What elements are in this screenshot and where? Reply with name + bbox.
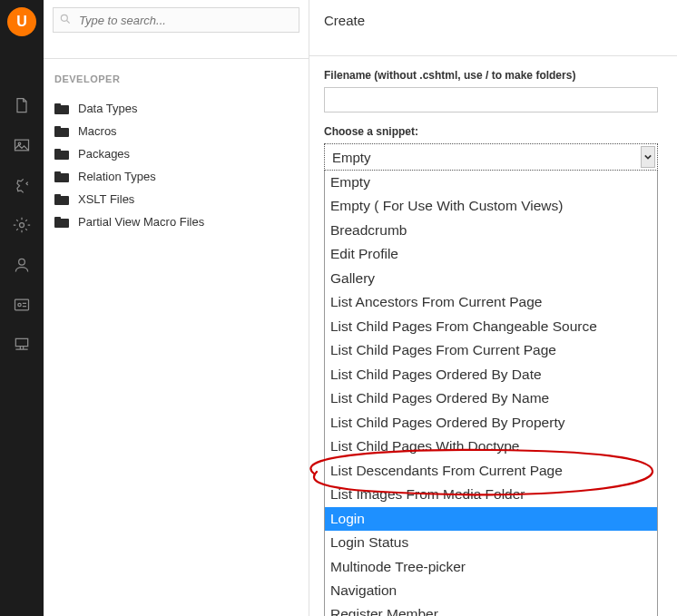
- tree-item[interactable]: Packages: [53, 142, 299, 165]
- snippet-option[interactable]: Edit Profile: [325, 242, 657, 266]
- app-icon-rail: U: [0, 0, 44, 616]
- svg-point-5: [18, 303, 21, 306]
- snippet-option[interactable]: List Child Pages From Current Page: [325, 338, 657, 362]
- snippet-option[interactable]: List Child Pages With Doctype: [325, 435, 657, 458]
- svg-point-3: [19, 259, 25, 265]
- tree-item-label: Macros: [78, 124, 117, 138]
- search-input[interactable]: [53, 7, 299, 33]
- snippet-option[interactable]: Login: [325, 507, 657, 531]
- snippet-option[interactable]: Empty: [325, 171, 657, 194]
- tree-items: Data TypesMacrosPackagesRelation TypesXS…: [53, 97, 299, 233]
- chevron-down-icon: [641, 146, 655, 168]
- snippet-selected-value: Empty: [332, 150, 371, 165]
- main-body: Filename (without .cshtml, use / to make…: [309, 56, 677, 616]
- tree-section-header: DEVELOPER: [53, 73, 299, 84]
- folder-icon: [54, 194, 69, 205]
- svg-rect-6: [15, 338, 27, 346]
- tree-item[interactable]: Data Types: [53, 97, 299, 120]
- snippet-label: Choose a snippet:: [324, 125, 662, 138]
- tree-item-label: Packages: [78, 147, 130, 161]
- snippet-option[interactable]: List Images From Media Folder: [325, 483, 657, 506]
- snippet-option[interactable]: Multinode Tree-picker: [325, 555, 657, 579]
- developer-section-icon[interactable]: [11, 214, 33, 236]
- tree-item[interactable]: Macros: [53, 120, 299, 142]
- settings-section-icon[interactable]: [11, 174, 33, 196]
- search-box: [53, 7, 299, 33]
- main-header: Create: [309, 0, 677, 56]
- tree-item[interactable]: Partial View Macro Files: [53, 210, 299, 233]
- folder-icon: [54, 149, 69, 160]
- search-icon: [59, 13, 72, 25]
- members-section-icon[interactable]: [11, 294, 33, 316]
- folder-icon: [54, 171, 69, 182]
- snippet-option[interactable]: Gallery: [325, 267, 657, 290]
- snippet-select[interactable]: Empty: [324, 143, 658, 171]
- snippet-option[interactable]: List Child Pages Ordered By Date: [325, 363, 657, 386]
- tree-panel: DEVELOPER Data TypesMacrosPackagesRelati…: [44, 0, 309, 616]
- filename-input[interactable]: [324, 87, 658, 112]
- snippet-option[interactable]: Empty ( For Use With Custom Views): [325, 194, 657, 218]
- svg-point-2: [20, 223, 25, 228]
- snippet-option[interactable]: List Child Pages Ordered By Name: [325, 386, 657, 410]
- folder-icon: [54, 103, 69, 114]
- users-section-icon[interactable]: [11, 254, 33, 276]
- media-section-icon[interactable]: [11, 134, 33, 156]
- tree-item[interactable]: XSLT Files: [53, 188, 299, 210]
- forms-section-icon[interactable]: [11, 334, 33, 356]
- main-panel: Create Filename (without .cshtml, use / …: [309, 0, 677, 616]
- svg-point-7: [61, 15, 67, 21]
- tree-item-label: Data Types: [78, 102, 138, 115]
- snippet-option[interactable]: Register Member: [325, 602, 657, 616]
- snippet-option[interactable]: List Ancestors From Current Page: [325, 290, 657, 314]
- snippet-option[interactable]: Navigation: [325, 579, 657, 602]
- tree-item-label: Partial View Macro Files: [78, 215, 204, 229]
- snippet-dropdown-list: EmptyEmpty ( For Use With Custom Views)B…: [324, 171, 658, 616]
- app-logo[interactable]: U: [7, 7, 36, 36]
- filename-label: Filename (without .cshtml, use / to make…: [324, 69, 662, 82]
- snippet-option[interactable]: List Child Pages Ordered By Property: [325, 411, 657, 435]
- folder-icon: [54, 126, 69, 137]
- svg-rect-4: [15, 299, 29, 310]
- snippet-option[interactable]: Breadcrumb: [325, 219, 657, 242]
- folder-icon: [54, 217, 69, 228]
- tree-item[interactable]: Relation Types: [53, 165, 299, 188]
- tree-item-label: Relation Types: [78, 170, 156, 183]
- snippet-option[interactable]: List Descendants From Current Page: [325, 459, 657, 483]
- app-logo-letter: U: [16, 14, 27, 30]
- snippet-option[interactable]: List Child Pages From Changeable Source: [325, 315, 657, 338]
- snippet-option[interactable]: Login Status: [325, 531, 657, 554]
- content-section-icon[interactable]: [11, 94, 33, 116]
- page-title: Create: [324, 13, 662, 28]
- tree-item-label: XSLT Files: [78, 192, 134, 206]
